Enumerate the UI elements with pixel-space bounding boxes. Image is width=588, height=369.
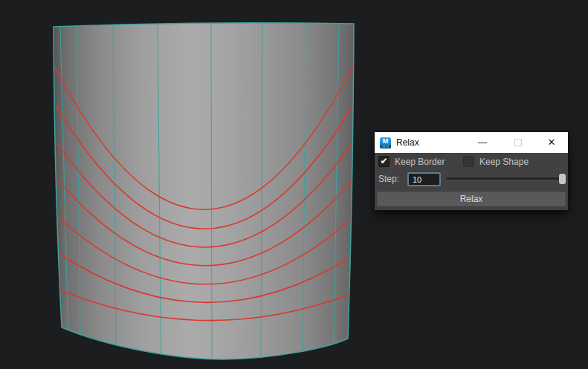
step-label: Step: [378, 174, 399, 184]
keep-shape-checkbox[interactable]: ✔ [463, 156, 474, 167]
close-button[interactable]: ✕ [543, 132, 560, 153]
step-slider-handle[interactable] [559, 174, 566, 184]
step-input[interactable] [407, 172, 441, 186]
minimize-button[interactable]: — [474, 132, 491, 153]
cylinder-mesh[interactable] [54, 23, 354, 359]
dialog-title: Relax [396, 137, 419, 148]
keep-border-label[interactable]: Keep Border [395, 157, 445, 167]
keep-border-checkbox[interactable]: ✔ [378, 156, 390, 167]
keep-shape-label[interactable]: Keep Shape [479, 157, 529, 167]
maximize-icon [514, 139, 522, 146]
maya-app-icon: M MAYA [380, 137, 391, 148]
maya-icon-subtext: MAYA [380, 146, 391, 148]
dialog-titlebar[interactable]: M MAYA Relax — ✕ [375, 132, 568, 153]
step-slider-track[interactable] [446, 177, 566, 180]
check-icon: ✔ [380, 156, 387, 166]
relax-dialog-window: M MAYA Relax — ✕ ✔ Keep Border ✔ Keep Sh… [375, 132, 568, 210]
maximize-button[interactable] [513, 132, 523, 153]
dialog-body: ✔ Keep Border ✔ Keep Shape Step: Relax [375, 153, 568, 210]
relax-apply-button[interactable]: Relax [377, 192, 566, 206]
maya-icon-letter: M [380, 137, 391, 146]
